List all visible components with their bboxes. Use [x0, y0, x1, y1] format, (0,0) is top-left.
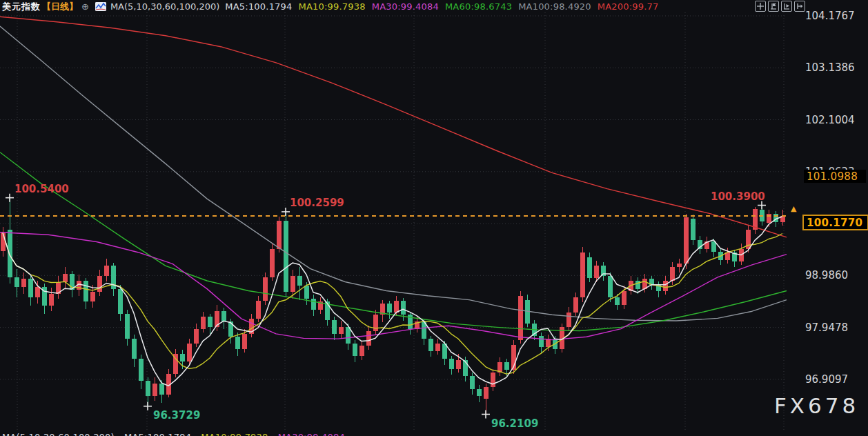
- bottom-ma5: MA5:100.1794: [124, 432, 191, 436]
- bottom-ma30: MA30:99.4084: [278, 432, 345, 436]
- ma-settings-label[interactable]: MA(5,10,30,60,100,200): [110, 1, 219, 12]
- y-axis-label: 102.1004: [805, 114, 855, 126]
- pane-arrow-right-icon[interactable]: [794, 1, 805, 12]
- chart-toolbar: [755, 1, 805, 12]
- period-label[interactable]: 【日线】: [42, 1, 78, 13]
- ma30-value: MA30:99.4084: [372, 1, 439, 12]
- svg-text:100.2599: 100.2599: [290, 197, 344, 209]
- svg-text:96.3729: 96.3729: [153, 409, 200, 422]
- ma60-value: MA60:98.6743: [445, 1, 512, 12]
- y-axis-label: 97.9478: [805, 321, 848, 334]
- y-axis-label: 104.1767: [805, 10, 855, 22]
- fx678-watermark: FX678: [774, 393, 859, 418]
- chart-legend: 美元指数 【日线】 ⊕ MA(5,10,30,60,100,200) MA5:1…: [2, 1, 665, 12]
- bottom-pane-legend-clipped: MA(5,10,30,60,100,200) MA5:100.1794 MA10…: [2, 432, 761, 436]
- chart-app-window: 100.5400100.2599100.390096.372996.210910…: [0, 0, 868, 436]
- marked-price-label: 101.0988: [804, 170, 866, 183]
- indicator-chart-icon[interactable]: [95, 2, 106, 11]
- crosshair-icon[interactable]: [755, 1, 766, 12]
- bottom-ma-label: MA(5,10,30,60,100,200): [2, 432, 115, 436]
- y-axis-label: 96.9097: [805, 373, 848, 386]
- y-axis-label: 98.9860: [805, 269, 848, 281]
- ma10-value: MA10:99.7938: [299, 1, 366, 12]
- svg-text:96.2109: 96.2109: [491, 417, 538, 430]
- svg-text:100.3900: 100.3900: [711, 190, 765, 203]
- y-axis-labels: 104.1767103.1386102.1004101.0623100.0241…: [805, 10, 855, 386]
- pane-play-icon[interactable]: [781, 1, 792, 12]
- symbol-name[interactable]: 美元指数: [2, 1, 41, 13]
- pane-flag-icon[interactable]: [768, 1, 779, 12]
- compare-add-icon[interactable]: ⊕: [81, 1, 89, 12]
- ma-lines: [0, 17, 787, 386]
- bottom-ma10: MA10:99.7938: [201, 432, 268, 436]
- ma200-value: MA200:99.77: [598, 1, 659, 12]
- svg-text:100.5400: 100.5400: [14, 183, 69, 195]
- price-up-arrow-icon: ▲: [791, 204, 796, 213]
- candles: [1, 198, 785, 415]
- grid-lines: [0, 12, 787, 432]
- y-axis-label: 103.1386: [805, 61, 855, 74]
- ma100-value: MA100:98.4920: [518, 1, 591, 12]
- current-price-label: 100.1770: [802, 215, 868, 230]
- candlestick-chart[interactable]: 100.5400100.2599100.390096.372996.210910…: [0, 0, 868, 436]
- ma5-value: MA5:100.1794: [225, 1, 292, 12]
